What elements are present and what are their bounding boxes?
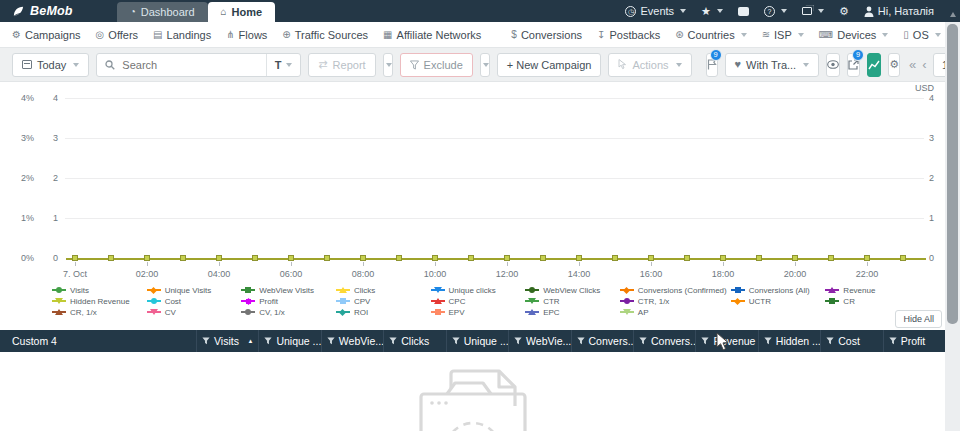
events-menu[interactable]: ◷ Events bbox=[625, 5, 686, 17]
legend-item-epv[interactable]: EPV bbox=[431, 307, 522, 317]
scroll-up-arrow-icon[interactable] bbox=[950, 12, 956, 17]
column-header-convers[interactable]: Convers... bbox=[633, 330, 695, 352]
legend-item-webview-visits[interactable]: WebView Visits bbox=[241, 285, 332, 295]
legend-item-conversions-confirmed[interactable]: Conversions (Confirmed) bbox=[620, 285, 727, 295]
favorites-menu[interactable]: ★ bbox=[701, 5, 723, 18]
x-axis-tick bbox=[435, 262, 436, 266]
table-settings-button[interactable]: ⚙ bbox=[888, 53, 900, 77]
nav-item-campaigns[interactable]: ⚙Campaigns bbox=[12, 29, 81, 41]
nav-item-traffic-sources[interactable]: ⊕Traffic Sources bbox=[282, 29, 368, 41]
user-menu[interactable]: Hi, Наталія bbox=[864, 5, 934, 17]
hide-all-button[interactable]: Hide All bbox=[895, 310, 942, 328]
nav-item-conversions[interactable]: $Conversions bbox=[511, 29, 582, 41]
chat-button[interactable] bbox=[738, 7, 749, 16]
columns-visibility-button[interactable] bbox=[826, 53, 840, 77]
legend-item-profit[interactable]: Profit bbox=[241, 296, 332, 306]
first-page-button[interactable]: « bbox=[909, 57, 916, 72]
legend-item-cpv[interactable]: CPV bbox=[336, 296, 427, 306]
legend-item-ctr-1-x[interactable]: CTR, 1/x bbox=[620, 296, 727, 306]
legend-marker bbox=[525, 286, 539, 294]
legend-item-cv-1-x[interactable]: CV, 1/x bbox=[241, 307, 332, 317]
nav-item-os[interactable]: ▯OS bbox=[903, 29, 940, 41]
legend-item-cv[interactable]: CV bbox=[147, 307, 238, 317]
exclude-button[interactable]: Exclude bbox=[400, 53, 473, 77]
column-header-cost[interactable]: Cost bbox=[820, 330, 882, 352]
date-range-button[interactable]: Today bbox=[12, 53, 89, 77]
bemob-logo[interactable]: BeMob bbox=[0, 0, 83, 22]
chevron-down-icon bbox=[935, 33, 941, 37]
right-axis-usd-label: 3 bbox=[929, 133, 934, 143]
x-axis-label: 08:00 bbox=[352, 269, 375, 279]
chart-toggle-button[interactable] bbox=[867, 53, 881, 77]
legend-item-hidden-revenue[interactable]: Hidden Revenue bbox=[52, 296, 143, 306]
legend-item-visits[interactable]: Visits bbox=[52, 285, 143, 295]
column-header-webvie[interactable]: WebVie... bbox=[321, 330, 383, 352]
x-axis-label: 7. Oct bbox=[63, 269, 87, 279]
legend-item-uctr[interactable]: UCTR bbox=[731, 296, 822, 306]
nav-item-label: Conversions bbox=[521, 29, 582, 41]
legend-label: CTR, 1/x bbox=[638, 297, 670, 306]
legend-item-cr-1-x[interactable]: CR, 1/x bbox=[52, 307, 143, 317]
nav-item-affiliate-networks[interactable]: ▦Affiliate Networks bbox=[383, 29, 481, 41]
nav-item-postbacks[interactable]: ↧Postbacks bbox=[597, 29, 660, 41]
legend-item-clicks[interactable]: Clicks bbox=[336, 285, 427, 295]
legend-item-ap[interactable]: AP bbox=[620, 307, 727, 317]
empty-table-area bbox=[0, 352, 945, 431]
legend-shape-triangle-up bbox=[528, 309, 536, 315]
column-header-convers[interactable]: Convers... bbox=[571, 330, 633, 352]
empty-folder-icon bbox=[411, 366, 535, 431]
column-header-revenue[interactable]: Revenue▲ bbox=[695, 330, 757, 352]
nav-item-devices[interactable]: ⌨Devices bbox=[819, 29, 889, 41]
new-campaign-button[interactable]: + New Campaign bbox=[497, 53, 602, 77]
actions-button[interactable]: Actions bbox=[608, 53, 691, 77]
filter-funnel-icon bbox=[389, 337, 397, 345]
column-header-clicks[interactable]: Clicks bbox=[383, 330, 445, 352]
filter-funnel-icon bbox=[327, 337, 335, 345]
nav-item-countries[interactable]: ⊛Countries bbox=[675, 29, 746, 41]
search-type-dropdown[interactable]: T bbox=[266, 54, 301, 76]
scrollbar-thumb[interactable] bbox=[947, 24, 958, 324]
column-header-profit[interactable]: Profit bbox=[883, 330, 945, 352]
column-header-hidden[interactable]: Hidden ... bbox=[758, 330, 820, 352]
legend-item-cr[interactable]: CR bbox=[825, 296, 916, 306]
exclude-dropdown-button[interactable] bbox=[480, 53, 490, 77]
help-menu[interactable]: ? bbox=[764, 6, 787, 17]
x-axis-tick bbox=[363, 262, 364, 266]
column-header-visits[interactable]: Visits▲ bbox=[196, 330, 258, 352]
legend-item-cost[interactable]: Cost bbox=[147, 296, 238, 306]
legend-item-unique-visits[interactable]: Unique Visits bbox=[147, 285, 238, 295]
legend-item-epc[interactable]: EPC bbox=[525, 307, 616, 317]
column-header-webvie[interactable]: WebVie... bbox=[508, 330, 570, 352]
nav-item-landings[interactable]: ▤Landings bbox=[153, 29, 211, 41]
nav-item-isp[interactable]: ≋ISP bbox=[762, 29, 804, 41]
legend-item-roi[interactable]: ROI bbox=[336, 307, 427, 317]
nav-item-flows[interactable]: ⋔Flows bbox=[226, 29, 267, 41]
with-traffic-dropdown[interactable]: ♥ With Tra... bbox=[725, 53, 820, 77]
legend-item-webview-clicks[interactable]: WebView Clicks bbox=[525, 285, 616, 295]
prev-page-button[interactable]: ‹ bbox=[922, 57, 926, 72]
tab-home[interactable]: ⌂ Home bbox=[208, 2, 276, 22]
share-report-button[interactable]: 9 bbox=[847, 53, 860, 77]
legend-marker bbox=[825, 286, 839, 294]
legend-item-ctr[interactable]: CTR bbox=[525, 296, 616, 306]
date-range-label: Today bbox=[37, 59, 66, 71]
settings-button[interactable]: ⚙ bbox=[839, 5, 849, 18]
tab-dashboard[interactable]: ◔ Dashboard bbox=[117, 2, 208, 22]
column-header-custom-4[interactable]: Custom 4 bbox=[0, 330, 196, 352]
column-header-unique[interactable]: Unique ... bbox=[446, 330, 508, 352]
flag-filter-button[interactable]: 9 bbox=[706, 53, 718, 77]
legend-marker bbox=[620, 297, 634, 305]
report-dropdown-button[interactable] bbox=[383, 53, 393, 77]
column-header-unique[interactable]: Unique ... bbox=[258, 330, 320, 352]
x-axis-label: 20:00 bbox=[784, 269, 807, 279]
calendar-icon bbox=[22, 60, 32, 69]
chart-data-marker bbox=[576, 255, 582, 261]
legend-item-conversions-all[interactable]: Conversions (All) bbox=[731, 285, 822, 295]
billing-menu[interactable] bbox=[802, 7, 824, 15]
report-button[interactable]: ⇄ Report bbox=[308, 53, 375, 77]
legend-item-revenue[interactable]: Revenue bbox=[825, 285, 916, 295]
legend-item-unique-clicks[interactable]: Unique clicks bbox=[431, 285, 522, 295]
search-input[interactable] bbox=[120, 58, 265, 72]
nav-item-offers[interactable]: ◎Offers bbox=[96, 29, 139, 41]
legend-item-cpc[interactable]: CPC bbox=[431, 296, 522, 306]
